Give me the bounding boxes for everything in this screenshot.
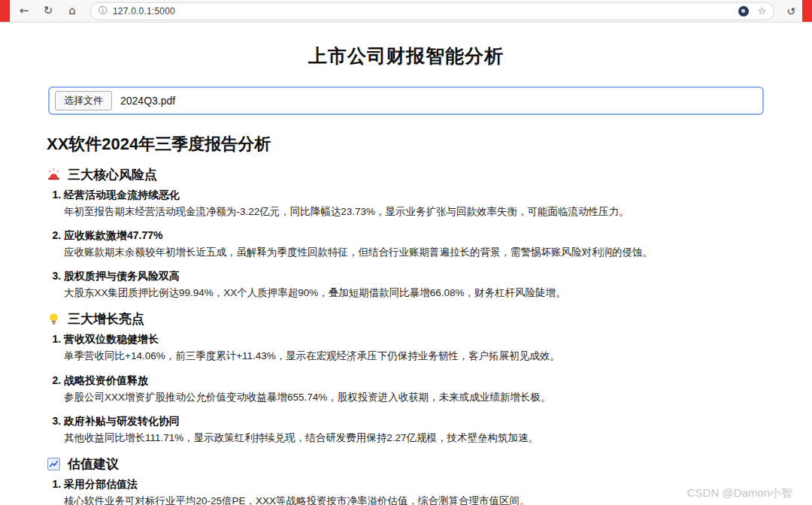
chart-icon xyxy=(47,457,61,471)
home-button[interactable]: ⌂ xyxy=(62,2,83,20)
list-item: 营收双位数稳健增长 单季营收同比+14.06%，前三季度累计+11.43%，显示… xyxy=(64,333,765,363)
list-item: 经营活动现金流持续恶化 年初至报告期末经营活动现金流净额为-3.22亿元，同比降… xyxy=(64,189,765,219)
valuation-list: 采用分部估值法 核心软件业务可对标行业平均20-25倍PE，XXX等战略投资按市… xyxy=(47,478,765,505)
item-body: 年初至报告期末经营活动现金流净额为-3.22亿元，同比降幅达23.73%，显示业… xyxy=(64,204,765,219)
list-item: 股权质押与债务风险双高 大股东XX集团质押比例达99.94%，XX个人质押率超9… xyxy=(64,270,765,300)
section-risks-heading: 三大核心风险点 xyxy=(47,166,765,183)
list-item: 采用分部估值法 核心软件业务可对标行业平均20-25倍PE，XXX等战略投资按市… xyxy=(64,478,765,505)
file-input[interactable]: 选择文件 2024Q3.pdf xyxy=(48,86,764,115)
section-valuation: 估值建议 采用分部估值法 核心软件业务可对标行业平均20-25倍PE，XXX等战… xyxy=(47,455,765,505)
address-bar[interactable]: ⓘ 127.0.0.1:5000 ☆ xyxy=(90,2,774,20)
section-highlights: 三大增长亮点 营收双位数稳健增长 单季营收同比+14.06%，前三季度累计+11… xyxy=(47,310,765,444)
item-title: 战略投资价值释放 xyxy=(64,374,765,388)
item-body: 核心软件业务可对标行业平均20-25倍PE，XXX等战略投资按市净率溢价估值，综… xyxy=(64,494,765,505)
item-body: 参股公司XXX增资扩股推动公允价值变动收益暴增655.74%，股权投资进入收获期… xyxy=(64,390,765,404)
favorite-star-icon[interactable]: ☆ xyxy=(758,5,767,17)
history-icon[interactable]: ↺ xyxy=(786,5,795,17)
item-title: 营收双位数稳健增长 xyxy=(64,333,765,346)
item-body: 大股东XX集团质押比例达99.94%，XX个人质押率超90%，叠加短期借款同比暴… xyxy=(64,286,765,300)
screen-edge-right xyxy=(802,0,812,22)
section-heading-text: 估值建议 xyxy=(68,455,119,473)
page-info-icon[interactable]: ⓘ xyxy=(98,5,108,17)
section-highlights-heading: 三大增长亮点 xyxy=(47,310,765,328)
list-item: 战略投资价值释放 参股公司XXX增资扩股推动公允价值变动收益暴增655.74%，… xyxy=(64,374,765,404)
url-text: 127.0.0.1:5000 xyxy=(113,6,175,17)
item-title: 经营活动现金流持续恶化 xyxy=(64,189,765,202)
back-button[interactable]: ← xyxy=(14,2,35,20)
refresh-button[interactable]: ↻ xyxy=(38,2,59,20)
report-title: XX软件2024年三季度报告分析 xyxy=(47,133,765,156)
item-body: 单季营收同比+14.06%，前三季度累计+11.43%，显示在宏观经济承压下仍保… xyxy=(64,349,765,363)
page-title: 上市公司财报智能分析 xyxy=(47,44,765,68)
section-heading-text: 三大核心风险点 xyxy=(68,166,157,183)
section-valuation-heading: 估值建议 xyxy=(47,455,765,473)
list-item: 政府补贴与研发转化协同 其他收益同比增长111.71%，显示政策红利持续兑现，结… xyxy=(64,415,765,445)
page-content: 上市公司财报智能分析 选择文件 2024Q3.pdf XX软件2024年三季度报… xyxy=(0,44,812,505)
item-body: 其他收益同比增长111.71%，显示政策红利持续兑现，结合研发费用保持2.27亿… xyxy=(64,431,765,445)
section-risks: 三大核心风险点 经营活动现金流持续恶化 年初至报告期末经营活动现金流净额为-3.… xyxy=(47,166,765,300)
alarm-icon xyxy=(47,168,61,182)
list-item: 应收账款激增47.77% 应收账款期末余额较年初增长近五成，虽解释为季度性回款特… xyxy=(64,229,765,259)
lightbulb-icon xyxy=(47,312,61,326)
item-title: 采用分部估值法 xyxy=(64,478,765,491)
item-title: 应收账款激增47.77% xyxy=(64,229,765,243)
browser-toolbar: ← ↻ ⌂ ⓘ 127.0.0.1:5000 ☆ ↺ xyxy=(0,0,812,23)
item-title: 政府补贴与研发转化协同 xyxy=(64,415,765,428)
highlight-list: 营收双位数稳健增长 单季营收同比+14.06%，前三季度累计+11.43%，显示… xyxy=(47,333,765,444)
section-heading-text: 三大增长亮点 xyxy=(68,310,144,328)
item-body: 应收账款期末余额较年初增长近五成，虽解释为季度性回款特征，但结合行业账期普遍拉长… xyxy=(64,245,765,259)
translate-icon[interactable] xyxy=(738,6,749,17)
file-name: 2024Q3.pdf xyxy=(120,95,175,107)
item-title: 股权质押与债务风险双高 xyxy=(64,270,765,283)
screen-edge-left xyxy=(0,0,10,22)
risk-list: 经营活动现金流持续恶化 年初至报告期末经营活动现金流净额为-3.22亿元，同比降… xyxy=(47,189,765,300)
choose-file-button[interactable]: 选择文件 xyxy=(55,91,112,110)
